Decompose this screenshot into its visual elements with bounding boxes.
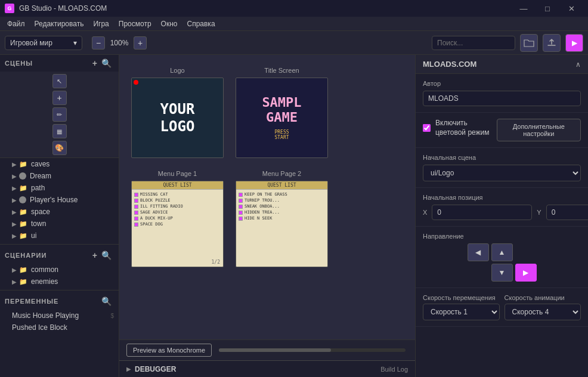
folder-icon-space: 📁 — [19, 208, 27, 216]
scripts-title: СЦЕНАРИИ — [5, 252, 91, 259]
quest-checkbox — [134, 193, 138, 197]
variables-search-button[interactable]: 🔍 — [100, 296, 114, 306]
more-settings-button[interactable]: Дополнительные настройки — [497, 119, 581, 141]
speed-row: Скорость перемещения Скорость 1 Скорость… — [423, 294, 581, 320]
add-scene-tool[interactable]: + — [52, 91, 67, 105]
quest-item: HIDE N SEEK — [239, 216, 325, 221]
paint-tool[interactable]: 🎨 — [52, 141, 67, 155]
menu-help[interactable]: Справка — [182, 18, 219, 29]
quest-title-1: QUEST LIST — [132, 181, 223, 190]
quest-checkbox — [134, 217, 138, 221]
scenes-title: СЦЕНЫ — [5, 60, 91, 67]
initial-scene-select[interactable]: ui/Logo — [423, 165, 581, 181]
quest-checkbox — [134, 223, 138, 227]
panel-collapse-button[interactable]: ∧ — [575, 60, 581, 69]
select-tool[interactable]: ↖ — [52, 74, 67, 88]
scene-card-menu2: Menu Page 2 QUEST LIST KEEP ON THE GRASS… — [236, 170, 328, 267]
menu-view[interactable]: Просмотр — [114, 18, 156, 29]
scenes-search-button[interactable]: 🔍 — [100, 58, 114, 68]
color-mode-checkbox[interactable] — [423, 124, 431, 132]
build-log-button[interactable]: Build Log — [380, 366, 408, 373]
eraser-tool[interactable]: ✏ — [52, 107, 67, 122]
scripts-search-button[interactable]: 🔍 — [100, 251, 114, 260]
search-input[interactable] — [432, 36, 515, 50]
sidebar-item-players-house[interactable]: ▶ Player's House — [0, 194, 119, 206]
zoom-out-button[interactable]: − — [92, 36, 105, 50]
sidebar-item-variable-ice[interactable]: Pushed Ice Block — [0, 322, 119, 333]
y-label: Y — [537, 209, 541, 216]
sidebar-item-enemies[interactable]: ▶ 📁 enemies — [0, 276, 119, 288]
canvas-bottom: Preview as Monochrome — [119, 339, 415, 360]
sidebar: СЦЕНЫ + 🔍 ↖ + ✏ ▦ 🎨 ▶ 📁 caves ▶ — [0, 55, 119, 377]
play-button[interactable]: ▶ — [565, 34, 583, 52]
export-button[interactable] — [543, 34, 561, 52]
scripts-add-button[interactable]: + — [91, 251, 100, 260]
scrollbar-thumb — [219, 348, 331, 352]
tile-tool[interactable]: ▦ — [52, 124, 67, 138]
pos-x-input[interactable] — [432, 205, 532, 220]
sidebar-item-common[interactable]: ▶ 📁 common — [0, 264, 119, 276]
minimize-button[interactable]: — — [512, 0, 536, 17]
quest-checkbox — [239, 199, 243, 203]
expand-arrow-common: ▶ — [12, 267, 17, 273]
initial-pos-label: Начальная позиция — [423, 194, 581, 201]
folder-icon-common: 📁 — [19, 266, 27, 274]
menu-edit[interactable]: Редактировать — [30, 18, 89, 29]
dir-down-button[interactable]: ▼ — [491, 264, 513, 282]
world-select[interactable]: Игровой мир ▾ — [5, 36, 82, 50]
anim-speed-select[interactable]: Скорость 1 Скорость 2 Скорость 3 Скорост… — [505, 304, 581, 320]
move-speed-select[interactable]: Скорость 1 Скорость 2 Скорость 3 Скорост… — [423, 304, 500, 320]
sidebar-label-enemies: enemies — [31, 277, 58, 286]
direction-label: Направление — [423, 233, 581, 240]
scene-thumb-logo[interactable]: YOURLOGO — [131, 78, 224, 158]
sidebar-item-caves[interactable]: ▶ 📁 caves — [0, 158, 119, 170]
author-input[interactable] — [423, 91, 581, 106]
canvas-content[interactable]: Logo YOURLOGO Title Screen SAMPLGAME PRE… — [119, 55, 415, 339]
sidebar-label-ui: ui — [31, 231, 36, 240]
move-speed-label: Скорость перемещения — [423, 294, 500, 301]
scene-card-menu1: Menu Page 1 QUEST LIST MISSING CAT BLOCK… — [131, 170, 224, 267]
scene-thumb-menu1[interactable]: QUEST LIST MISSING CAT BLOCK PUZZLE ILL … — [131, 181, 224, 267]
close-button[interactable]: ✕ — [559, 0, 583, 17]
sidebar-label-path: path — [31, 184, 45, 192]
dir-up-button[interactable]: ▲ — [491, 243, 513, 261]
quest-item: SPACE DOG — [134, 222, 221, 227]
sidebar-item-ui[interactable]: ▶ 📁 ui — [0, 230, 119, 242]
dir-right-button[interactable]: ▶ — [515, 264, 537, 282]
menu-game[interactable]: Игра — [88, 18, 113, 29]
folder-button[interactable] — [520, 34, 538, 52]
pos-y-input[interactable] — [546, 205, 588, 220]
sidebar-label-town: town — [31, 220, 46, 228]
preview-monochrome-button[interactable]: Preview as Monochrome — [126, 344, 212, 357]
variables-title: ПЕРЕМЕННЫЕ — [5, 298, 100, 305]
scripts-header[interactable]: СЦЕНАРИИ + 🔍 — [0, 247, 119, 264]
zoom-in-button[interactable]: + — [134, 36, 147, 50]
scene-thumb-title[interactable]: SAMPLGAME PRESSSTART — [236, 78, 328, 158]
app-icon: G — [5, 4, 14, 13]
sidebar-item-space[interactable]: ▶ 📁 space — [0, 206, 119, 218]
menu-window[interactable]: Окно — [156, 18, 182, 29]
scene-thumb-menu2[interactable]: QUEST LIST KEEP ON THE GRASS TURNIP TROU… — [236, 181, 328, 267]
sidebar-item-path[interactable]: ▶ 📁 path — [0, 182, 119, 194]
quest-items-2: KEEP ON THE GRASS TURNIP TROU... SNEAK O… — [236, 190, 327, 224]
menu-file[interactable]: Файл — [2, 18, 30, 29]
scenes-header[interactable]: СЦЕНЫ + 🔍 — [0, 55, 119, 72]
initial-scene-label: Начальная сцена — [423, 154, 581, 161]
folder-icon-town: 📁 — [19, 220, 27, 228]
sidebar-item-town[interactable]: ▶ 📁 town — [0, 218, 119, 230]
sidebar-item-variable-music[interactable]: Music House Playing $ — [0, 310, 119, 322]
scenes-add-button[interactable]: + — [91, 58, 100, 68]
folder-icon-caves: 📁 — [19, 160, 27, 168]
variables-header[interactable]: ПЕРЕМЕННЫЕ 🔍 — [0, 293, 119, 310]
folder-icon-path: 📁 — [19, 184, 27, 192]
debugger-bar[interactable]: ▶ DEBUGGER Build Log — [119, 360, 415, 377]
quest-checkbox — [134, 205, 138, 209]
app-title: GB Studio - MLOADS.COM — [19, 4, 512, 13]
expand-arrow-ui: ▶ — [12, 233, 17, 239]
sidebar-item-dream[interactable]: ▶ Dream — [0, 170, 119, 182]
author-label: Автор — [423, 80, 581, 87]
maximize-button[interactable]: □ — [536, 0, 559, 17]
title-game-text: SAMPLGAME — [262, 95, 301, 124]
dir-left-button[interactable]: ◀ — [468, 243, 489, 261]
horizontal-scrollbar[interactable] — [219, 348, 406, 352]
